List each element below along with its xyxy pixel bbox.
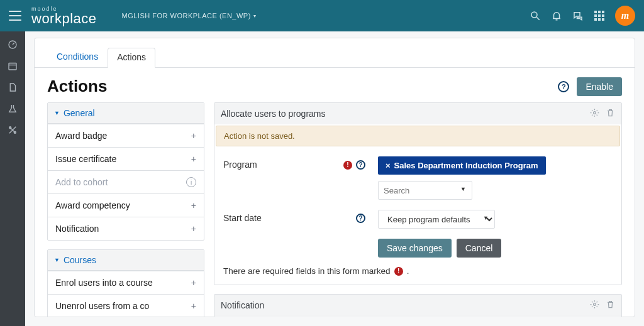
page-header: Actions ? Enable [35,68,635,102]
program-chip[interactable]: × Sales Department Induction Program [378,156,546,175]
group-general: ▼ General Award badge + Issue certificat… [47,102,204,241]
svg-point-0 [531,12,537,18]
chip-remove-icon[interactable]: × [386,161,391,170]
button-row: Save changes Cancel [369,239,621,258]
palette-item-label: Add to cohort [55,177,108,187]
palette-item-award-badge[interactable]: Award badge + [48,124,204,147]
main-panes: Allocate users to programs Action is not… [214,102,622,317]
palette-item-label: Award competency [55,200,130,210]
trash-icon[interactable] [606,300,615,311]
palette-item-label: Unenrol users from a co [55,301,149,311]
chevron-down-icon: ▼ [54,110,60,116]
palette-item-enrol-course[interactable]: Enrol users into a course + [48,271,204,294]
svg-rect-4 [9,63,16,70]
rail-calendar-icon[interactable] [3,57,23,75]
help-icon[interactable]: ? [356,214,365,223]
palette-item-add-to-cohort: Add to cohort i [48,170,204,193]
tabs: Conditions Actions [35,38,635,68]
apps-icon[interactable] [589,5,610,26]
body: ▼ General Award badge + Issue certificat… [35,102,635,317]
pane-allocate-head: Allocate users to programs [214,103,621,124]
add-icon: + [191,200,196,210]
gear-icon[interactable] [590,108,599,119]
period: . [407,266,409,276]
language-label: MGLISH FOR WORKPLACE (EN_WP) [122,12,251,19]
svg-point-11 [594,303,596,306]
warning-banner: Action is not saved. [216,126,620,146]
language-picker[interactable]: MGLISH FOR WORKPLACE (EN_WP) ▾ [122,12,257,19]
info-icon[interactable]: i [186,177,196,187]
gear-icon[interactable] [590,300,599,311]
stage: Conditions Actions Actions ? Enable ▼ Ge… [25,31,644,326]
palette-item-label: Award badge [55,131,107,141]
palette-item-label: Issue certificate [55,154,116,164]
required-icon: ! [343,161,352,170]
palette-item-unenrol-course[interactable]: Unenrol users from a co + [48,294,204,317]
palette-item-label: Enrol users into a course [55,278,153,288]
app-bar: moodle workplace MGLISH FOR WORKPLACE (E… [0,0,644,31]
rail-dashboard-icon[interactable] [3,35,23,54]
bell-icon[interactable] [546,5,567,26]
pane-notification-head: Notification [214,295,621,316]
save-button[interactable]: Save changes [378,239,452,258]
group-general-title: General [64,108,95,118]
group-courses: ▼ Courses Enrol users into a course + Un… [47,249,204,317]
logo: moodle workplace [31,6,97,26]
start-date-select[interactable]: Keep program defaults [378,210,495,229]
add-icon: + [191,278,196,288]
help-icon[interactable]: ? [356,160,365,170]
row-program: Program ! ? × Sales Department Induction… [214,156,621,200]
trash-icon[interactable] [606,108,615,119]
pane-notification-title: Notification [221,300,264,310]
add-icon: + [191,131,196,141]
group-courses-title: Courses [64,255,96,265]
card: Conditions Actions Actions ? Enable ▼ Ge… [34,38,635,317]
group-courses-head[interactable]: ▼ Courses [48,250,204,271]
required-icon: ! [394,267,403,276]
rail-tools-icon[interactable] [3,121,23,139]
program-label: Program [223,156,343,170]
required-note-text: There are required fields in this form m… [223,266,391,276]
search-icon[interactable] [525,5,546,26]
pane-allocate: Allocate users to programs Action is not… [214,102,622,285]
page-title: Actions [47,77,107,96]
enable-button[interactable]: Enable [577,77,622,96]
row-start-date: Start date ? Keep program defaults [214,210,621,229]
group-general-head[interactable]: ▼ General [48,103,204,124]
messages-icon[interactable] [567,5,589,26]
pane-notification: Notification Send notification 'Welcome … [214,294,622,317]
tab-actions[interactable]: Actions [108,48,155,68]
rail-file-icon[interactable] [3,78,23,97]
palette-item-label: Notification [55,224,99,234]
hamburger-menu-icon[interactable] [9,11,21,21]
required-note: There are required fields in this form m… [214,258,621,276]
help-icon[interactable]: ? [558,81,569,92]
svg-line-1 [536,17,540,20]
pane-notification-body: Send notification 'Welcome to the Sales … [214,316,621,317]
pane-allocate-body: Action is not saved. Program ! ? × Sales… [214,126,621,285]
palette-item-issue-certificate[interactable]: Issue certificate + [48,147,204,170]
avatar[interactable]: m [615,6,635,26]
program-chip-label: Sales Department Induction Program [394,161,538,170]
cancel-button[interactable]: Cancel [457,239,502,258]
tab-conditions[interactable]: Conditions [47,47,108,67]
svg-line-3 [13,43,14,45]
chevron-down-icon: ▼ [54,257,60,263]
caret-down-icon: ▾ [253,13,257,19]
palette: ▼ General Award badge + Issue certificat… [47,102,204,317]
svg-point-10 [594,112,596,114]
add-icon: + [191,224,196,234]
program-search-input[interactable] [378,181,472,200]
palette-item-notification[interactable]: Notification + [48,217,204,240]
palette-item-award-competency[interactable]: Award competency + [48,193,204,217]
rail-lab-icon[interactable] [3,99,23,118]
left-rail [0,31,25,326]
logo-bottom: workplace [31,12,97,26]
add-icon: + [191,301,196,311]
add-icon: + [191,154,196,164]
pane-allocate-title: Allocate users to programs [221,109,326,119]
start-date-label: Start date [223,210,343,223]
